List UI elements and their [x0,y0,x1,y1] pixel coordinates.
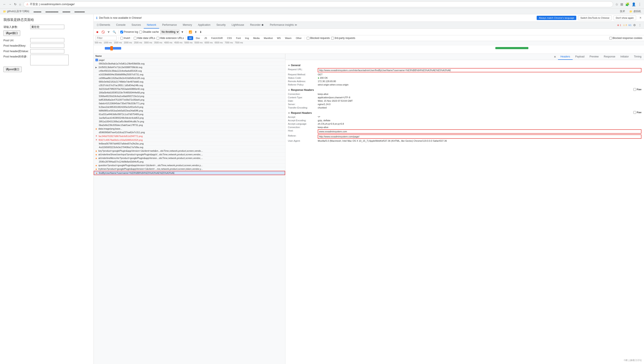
table-row[interactable]: c3537c6c57e37ac3f551 1d5df34a24fb.svg [94,84,285,87]
tab-application[interactable]: Application [195,22,213,28]
menu-icon[interactable]: ⋮ [637,2,642,7]
invert-checkbox[interactable]: Invert [120,36,130,40]
table-row[interactable]: fd8fd985ce581ba3eb5a923ea34a60f6.png [94,109,285,112]
blocked-requests-checkbox[interactable]: Blocked requests [307,36,330,40]
bookmark-item-2[interactable]: ▬▬▬ [33,10,42,14]
bookmark-icon[interactable]: ☆ [615,2,619,7]
table-row[interactable]: cd386aa8b1162ba18e2e416d0d5cb185.svg [94,76,285,80]
table-row[interactable]: c49e45610c39da122cfeefaebd55428.svg [94,69,285,73]
param-input[interactable] [30,25,64,29]
bookmark-item-tech[interactable]: 技术 [619,9,626,14]
table-row[interactable]: 4cd15656f3223cfe3e270408a17a7d9a.svg [94,146,285,149]
blocked-cookies-input[interactable] [609,37,612,40]
get-btn[interactable]: 调get接口 [4,30,20,36]
type-btn-font[interactable]: Font [235,36,242,40]
detail-tab-timing[interactable]: Timing [631,54,644,60]
table-row[interactable]: ✕f6927c49578a69d1c150a5088541f32f.png [94,138,285,142]
filter-input[interactable] [95,36,117,40]
table-row[interactable]: ◈trytimes?product=googlePlugin&appVersio… [94,167,285,171]
throttle-select[interactable]: No throttling [160,30,180,34]
wifi-icon[interactable]: 📶 [188,30,193,34]
general-section-header[interactable]: ▼ General [288,63,641,68]
table-row[interactable]: ▶1fcf50513b6d47e71b13e9388f709b3d.svg [94,66,285,69]
dont-show-again-button[interactable]: Don't show again [613,16,636,20]
preserve-log-checkbox[interactable]: Preserve log [120,30,138,34]
table-row[interactable]: 61a331a4f463d6cf0872c1cd7d075489.png [94,112,285,116]
table-row[interactable]: 2590c2878f4ad37e124d9b8a42b94cf5.png [94,160,285,164]
table-row[interactable]: d596090b87ea41d16ca237ea62e7c311.png [94,130,285,134]
detail-tab-response[interactable]: Response [601,54,618,60]
tab-console[interactable]: Console [113,22,128,28]
detail-tab-preview[interactable]: Preview [587,54,601,60]
post-btn[interactable]: 调post接口 [4,66,22,72]
table-row[interactable]: ◈question?product=googlePlugin&appVersio… [94,164,285,167]
refresh-button[interactable]: ↻ [13,2,18,7]
response-headers-section-header[interactable]: ▼ Response Headers [288,88,314,92]
forward-button[interactable]: → [8,2,12,7]
extensions-icon[interactable]: 🧩 [625,2,630,7]
tab-security[interactable]: Security [213,22,228,28]
third-party-checkbox[interactable]: 3rd-party requests [331,36,355,40]
search-icon[interactable]: 🔍 [112,30,117,34]
tab-performance-insights[interactable]: Performance insights ≫ [267,22,300,28]
match-language-button[interactable]: Always match Chrome's language [537,16,576,20]
table-row-selected[interactable]: ◈ findByUserName?username=%E9%BB%84%E5%A… [94,171,285,175]
tab-search-icon[interactable]: ⊞ [620,2,623,7]
table-row[interactable]: fe6bea567997dd4837a8ded07e2fe2bc.png [94,142,285,146]
settings-icon[interactable]: ⚙ [632,22,637,28]
type-btn-img[interactable]: Img [244,36,250,40]
bookmark-item-4[interactable]: ▬▬▬ [62,10,71,14]
request-headers-raw-checkbox[interactable]: Raw [633,111,641,114]
table-row[interactable]: 1ac8af1acd1463893248c9dcdc4cdd53.png [94,116,285,120]
table-row[interactable]: ◈aiUnderlineShowUserInput?product=google… [94,153,285,156]
table-row[interactable]: 4d2316e879f82970a7653ade60880e40.svg [94,87,285,91]
tab-elements[interactable]: ⟨⟩ Elements [94,22,113,28]
table-row[interactable]: 0abdc41f1336845de735e079b333b771.png [94,102,285,105]
type-btn-manifest[interactable]: Manifest [262,36,274,40]
type-btn-ws[interactable]: WS [275,36,282,40]
tab-performance[interactable]: Performance [159,22,180,28]
tab-lighthouse[interactable]: Lighthouse [229,22,247,28]
table-row[interactable]: 680c0e9d2181b21748b6e7de487ddd0.svg [94,80,285,84]
back-button[interactable]: ← [2,2,7,7]
bookmark-item-3[interactable]: ▬▬▬▬▬ [45,10,59,14]
blocked-cookies-checkbox[interactable]: Blocked response cookies [609,36,642,40]
post-header-key-input[interactable] [30,44,64,48]
type-btn-other[interactable]: Other [294,36,303,40]
table-row[interactable]: ▷ page/ [94,58,285,62]
invert-input[interactable] [120,37,123,40]
home-button[interactable]: ⌂ [18,2,22,7]
bookmark-item-5[interactable]: ▬▬▬▬ [74,10,86,14]
blocked-requests-input[interactable] [307,37,309,40]
type-btn-fetch[interactable]: Fetch/XHR [210,36,224,40]
table-row[interactable]: 3951a100431308a1af5c9bb694cd8c7e.png [94,120,285,124]
request-headers-raw-input[interactable] [633,111,636,114]
request-headers-section-header[interactable]: ▼ Request Headers [288,111,312,115]
tab-network[interactable]: Network [144,22,159,28]
throttle-down-icon[interactable]: ▼ [180,30,184,34]
table-row[interactable]: 5368a48155d18c6a2ce8ab95f2715e1d.png [94,94,285,98]
hide-data-urls-input[interactable] [134,37,137,40]
profile-icon[interactable]: 👤 [631,2,636,7]
post-header-value-input[interactable] [30,49,64,54]
type-btn-js[interactable]: JS [203,36,208,40]
import-icon[interactable]: ⬆ [194,30,198,34]
hide-ext-urls-input[interactable] [157,37,159,40]
more-tabs-icon[interactable]: ⋮ [637,22,642,28]
switch-devtools-button[interactable]: Switch DevTools to Chinese [578,16,612,20]
hide-ext-urls-checkbox[interactable]: Hide extension URLs [157,36,184,40]
post-header-pass-input[interactable] [30,55,69,65]
tab-sources[interactable]: Sources [128,22,144,28]
tab-memory[interactable]: Memory [180,22,195,28]
response-headers-raw-input[interactable] [633,88,636,91]
detail-tab-payload[interactable]: Payload [573,54,587,60]
detail-close-button[interactable]: ✕ [552,54,558,60]
clear-button[interactable]: 🚫 [101,30,105,34]
type-btn-doc[interactable]: Doc [194,36,202,40]
disable-cache-input[interactable] [139,31,142,34]
preserve-log-input[interactable] [120,31,123,34]
bookmark-item-vm[interactable]: 📁 虚拟机 [628,9,642,14]
notification-close-button[interactable]: × [639,16,641,20]
type-btn-media[interactable]: Media [252,36,261,40]
third-party-input[interactable] [331,37,334,40]
